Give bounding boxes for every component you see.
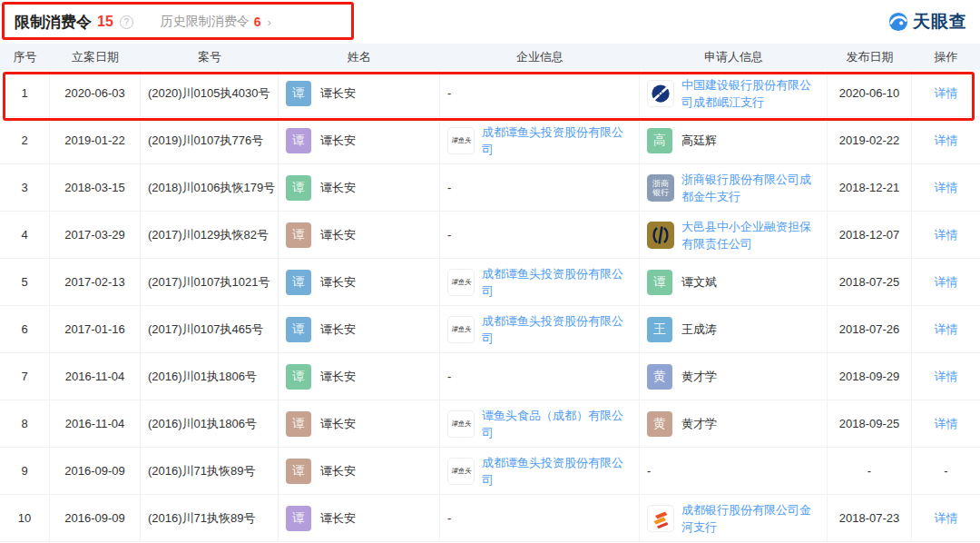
case-number-cell: (2020)川0105执4030号 [141,70,279,116]
row-index: 9 [21,464,27,478]
section-header: 限制消费令 15 ? 历史限制消费令 6 › 天眼查 [0,0,980,44]
help-question-icon[interactable]: ? [120,15,133,29]
action-cell: 详情 [912,164,980,211]
applicant-company-link[interactable]: 大邑县中小企业融资担保有限责任公司 [681,218,819,252]
empty-value: - [944,464,947,478]
applicant-info-cell: 中国建设银行股份有限公司成都岷江支行 [640,70,828,116]
detail-link[interactable]: 详情 [935,84,958,102]
row-index-cell: 2 [0,117,50,163]
column-header-label: 立案日期 [72,49,119,65]
action-cell: 详情 [912,70,980,116]
table-row: 32018-03-15(2018)川0106执恢179号谭谭长安-浙商银行浙商银… [0,164,980,212]
filing-date: 2016-11-04 [65,370,125,383]
col-publish-date: 发布日期 [828,49,912,65]
tanyutou-logo: 谭鱼头 [447,127,475,154]
filing-date-cell: 2016-09-09 [50,495,141,541]
filing-date-cell: 2017-02-13 [50,259,141,305]
col-filing-date: 立案日期 [50,49,141,65]
column-header-label: 操作 [935,49,958,65]
table-body: 12020-06-03(2020)川0105执4030号谭谭长安-中国建设银行股… [0,70,980,542]
publish-date-cell: 2018-12-07 [828,212,912,258]
case-number: (2016)川71执恢89号 [148,463,256,479]
avatar-char: 谭 [292,463,305,479]
order-count-badge: 15 [97,14,113,30]
avatar-char: 谭 [292,510,305,527]
filing-date: 2017-01-16 [64,322,125,336]
case-number: (2016)川71执恢89号 [148,510,256,527]
action-cell: 详情 [912,306,980,352]
company-info-cell: - [440,70,640,116]
detail-link[interactable]: 详情 [935,132,958,149]
applicant-company-link[interactable]: 成都银行股份有限公司金河支行 [681,501,819,536]
applicant-info-cell: 黄黄才学 [640,400,828,447]
avatar-char: 谭 [292,321,305,338]
person-avatar: 黄 [647,364,672,390]
applicant-company-link[interactable]: 浙商银行股份有限公司成都金牛支行 [681,171,819,205]
applicant-person-name: 高廷辉 [681,132,717,149]
person-name: 谭长安 [320,321,356,338]
company-info-cell: - [440,353,640,400]
action-cell: 详情 [912,117,980,163]
company-info-cell: 谭鱼头成都谭鱼头投资股份有限公司 [440,117,640,163]
detail-link[interactable]: 详情 [935,368,958,385]
applicant-person-name: 王成涛 [681,321,717,338]
row-index-cell: 10 [0,495,50,541]
detail-link[interactable]: 详情 [935,415,958,432]
action-cell: 详情 [912,400,980,447]
publish-date: 2018-09-29 [839,370,900,383]
person-cell: 谭谭长安 [279,117,440,163]
company-link[interactable]: 成都谭鱼头投资股份有限公司 [482,265,627,300]
detail-link[interactable]: 详情 [935,509,958,527]
detail-link[interactable]: 详情 [935,273,958,291]
applicant-info-cell: 谭谭文斌 [640,259,828,305]
case-number-cell: (2016)川71执恢89号 [141,448,279,494]
company-link[interactable]: 成都谭鱼头投资股份有限公司 [482,454,627,489]
company-info-cell: 谭鱼头成都谭鱼头投资股份有限公司 [440,306,640,352]
company-link[interactable]: 成都谭鱼头投资股份有限公司 [482,123,627,158]
zheshang-logo-text: 浙商 [652,179,669,188]
person-avatar: 王 [647,317,672,342]
dayi-logo [647,222,674,249]
filing-date-cell: 2016-11-04 [50,353,141,400]
person-cell: 谭谭长安 [279,70,440,116]
case-number-cell: (2017)川0129执恢82号 [141,212,279,258]
filing-date: 2020-06-03 [64,86,125,100]
empty-value: - [447,86,451,100]
table-row: 22019-01-22(2019)川0107执776号谭谭长安谭鱼头成都谭鱼头投… [0,117,980,164]
empty-value: - [447,228,451,242]
restriction-order-page: 限制消费令 15 ? 历史限制消费令 6 › 天眼查 序号立案日期案号姓名企业信… [0,0,980,543]
person-name: 谭长安 [320,226,356,243]
avatar-char: 谭 [292,133,305,149]
person-avatar: 谭 [286,128,311,153]
company-link[interactable]: 谭鱼头食品（成都）有限公司 [482,407,627,441]
company-link[interactable]: 成都谭鱼头投资股份有限公司 [482,312,627,347]
row-index-cell: 4 [0,212,50,258]
filing-date: 2018-03-15 [64,181,125,194]
applicant-company-link[interactable]: 中国建设银行股份有限公司成都岷江支行 [681,76,819,111]
publish-date: 2018-09-25 [839,417,900,430]
table-row: 82016-11-04(2016)川01执1806号谭谭长安谭鱼头谭鱼头食品（成… [0,400,980,448]
applicant-info-cell: 成都银行股份有限公司金河支行 [640,495,828,541]
tanyutou-logo: 谭鱼头 [447,410,475,438]
person-cell: 谭谭长安 [279,353,440,400]
filing-date-cell: 2020-06-03 [50,70,141,116]
company-info-cell: 谭鱼头成都谭鱼头投资股份有限公司 [440,448,640,494]
detail-link[interactable]: 详情 [935,226,958,243]
case-number-cell: (2016)川01执1806号 [141,353,279,400]
publish-date: 2018-12-07 [839,228,900,242]
empty-value: - [447,181,451,194]
avatar-char: 王 [653,321,666,338]
filing-date: 2017-02-13 [64,275,125,289]
company-info-cell: - [440,212,640,258]
filing-date: 2019-01-22 [64,133,125,147]
person-cell: 谭谭长安 [279,495,440,541]
row-index-cell: 7 [0,353,50,400]
row-index: 10 [18,511,31,525]
history-orders-link[interactable]: 历史限制消费令 6 › [161,14,271,30]
filing-date: 2017-03-29 [64,228,125,242]
column-header-label: 案号 [198,49,221,65]
row-index: 2 [21,133,27,147]
detail-link[interactable]: 详情 [935,179,958,196]
filing-date: 2016-09-09 [64,464,125,478]
detail-link[interactable]: 详情 [935,321,958,338]
